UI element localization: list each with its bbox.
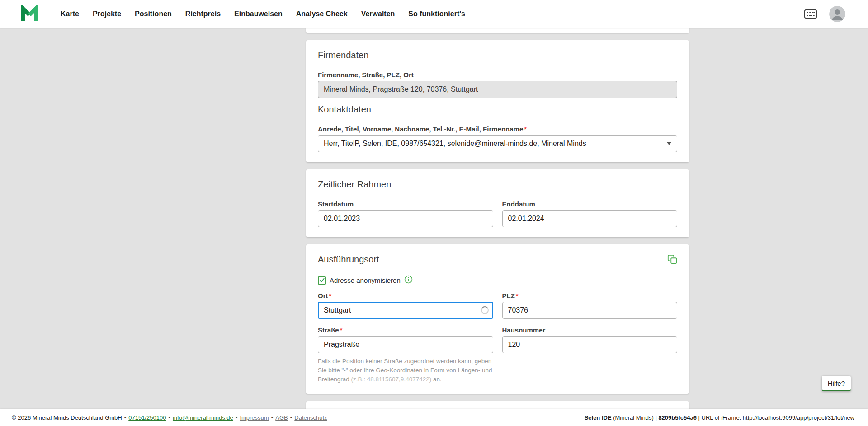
house-number-field: Hausnummer [502,326,678,353]
footer-app-name: Selen IDE [585,414,612,421]
city-field: Ort* [318,292,493,319]
keyboard-icon[interactable] [804,9,817,19]
company-summary-label: Firmenname, Straße, PLZ, Ort [318,71,677,79]
street-hint-suffix: an. [431,376,442,383]
house-number-label: Hausnummer [502,326,678,334]
footer: © 2026 Mineral Minds Deutschland GmbH • … [0,409,868,426]
footer-separator: • [124,414,127,421]
divider [318,269,677,269]
app-logo[interactable] [20,4,40,24]
help-button[interactable]: Hilfe? [822,376,851,391]
anonymize-row: Adresse anonymisieren [318,275,677,286]
start-date-field: Startdatum [318,200,493,227]
nav-item-richtpreis[interactable]: Richtpreis [185,10,221,18]
zip-input[interactable] [502,302,678,319]
company-summary-input[interactable] [318,81,677,98]
end-date-label: Enddatum [502,200,678,208]
nav-item-karte[interactable]: Karte [61,10,79,18]
footer-separator: • [236,414,238,421]
form-column: Firmendaten Firmenname, Straße, PLZ, Ort… [306,28,689,426]
contact-label-text: Anrede, Titel, Vorname, Nachname, Tel.-N… [318,125,523,133]
nav-item-projekte[interactable]: Projekte [93,10,121,18]
street-label-text: Straße [318,326,339,334]
timeframe-card: Zeitlicher Rahmen Startdatum Enddatum [306,169,689,237]
footer-iframe-url: | URL of iFrame: http://localhost:9099/a… [697,414,854,421]
footer-impressum-link[interactable]: Impressum [240,414,269,421]
person-icon [829,6,845,22]
contact-select-value: Herr, TitelP, Selen, IDE, 0987/654321, s… [324,140,586,148]
divider [318,194,677,194]
required-asterisk: * [340,326,343,334]
street-field: Straße* Falls die Position keiner Straße… [318,326,493,384]
start-date-input[interactable] [318,210,493,227]
required-asterisk: * [329,292,332,300]
city-label-text: Ort [318,292,328,300]
anonymize-label: Adresse anonymisieren [330,276,401,284]
city-input[interactable] [318,302,493,319]
top-nav: Karte Projekte Positionen Richtpreis Ein… [0,0,868,28]
info-icon[interactable] [404,275,413,286]
nav-item-analyse-check[interactable]: Analyse Check [296,10,348,18]
checkmark-icon [319,277,325,283]
footer-phone-link[interactable]: 07151/250100 [128,414,166,421]
contact-label: Anrede, Titel, Vorname, Nachname, Tel.-N… [318,125,677,133]
divider [318,119,677,119]
footer-separator: • [168,414,170,421]
company-summary-label-text: Firmenname, Straße, PLZ, Ort [318,71,414,79]
street-hint: Falls die Position keiner Straße zugeord… [318,357,493,384]
street-hint-example: (z.B.: 48.8115607,9.4077422) [351,376,432,383]
footer-build-hash: 8209b5fc54a6 [658,414,697,421]
loading-spinner-icon [481,306,489,314]
zip-field: PLZ* [502,292,678,319]
logo-m-icon [20,5,39,23]
section-title-zeitlicher-rahmen: Zeitlicher Rahmen [318,179,677,189]
zip-label-text: PLZ [502,292,515,300]
divider [318,65,677,65]
footer-left: © 2026 Mineral Minds Deutschland GmbH • … [12,414,327,421]
zip-label: PLZ* [502,292,678,300]
anonymize-checkbox[interactable] [318,276,326,285]
footer-separator: • [290,414,292,421]
house-number-input[interactable] [502,336,678,353]
street-input[interactable] [318,336,493,353]
city-label: Ort* [318,292,493,300]
start-date-label: Startdatum [318,200,493,208]
contact-select[interactable]: Herr, TitelP, Selen, IDE, 0987/654321, s… [318,135,677,152]
section-title-ausfuehrungsort: Ausführungsort [318,254,379,264]
card-partial-top [306,28,689,33]
execution-location-card: Ausführungsort Adresse anonymisieren [306,244,689,394]
nav-item-positionen[interactable]: Positionen [135,10,172,18]
footer-separator: • [271,414,274,421]
nav-item-verwalten[interactable]: Verwalten [361,10,395,18]
nav-item-einbauweisen[interactable]: Einbauweisen [234,10,283,18]
footer-status-text: Selen IDE (Mineral Minds) | 8209b5fc54a6… [585,414,854,421]
section-title-kontaktdaten: Kontaktdaten [318,104,677,114]
company-data-card: Firmendaten Firmenname, Straße, PLZ, Ort… [306,40,689,162]
required-asterisk: * [516,292,519,300]
footer-email-link[interactable]: info@mineral-minds.de [173,414,233,421]
section-title-firmendaten: Firmendaten [318,50,677,60]
footer-company: (Mineral Minds) | [612,414,659,421]
footer-agb-link[interactable]: AGB [275,414,288,421]
end-date-field: Enddatum [502,200,678,227]
nav-right-actions [804,6,845,22]
main-nav-links: Karte Projekte Positionen Richtpreis Ein… [61,10,465,18]
footer-datenschutz-link[interactable]: Datenschutz [294,414,327,421]
copy-icon[interactable] [667,254,677,264]
end-date-input[interactable] [502,210,678,227]
street-label: Straße* [318,326,493,334]
nav-item-so-funktionierts[interactable]: So funktioniert's [408,10,465,18]
chevron-down-icon [667,142,671,145]
user-avatar[interactable] [829,6,845,22]
required-asterisk: * [524,125,527,133]
copyright-text: © 2026 Mineral Minds Deutschland GmbH [12,414,122,421]
